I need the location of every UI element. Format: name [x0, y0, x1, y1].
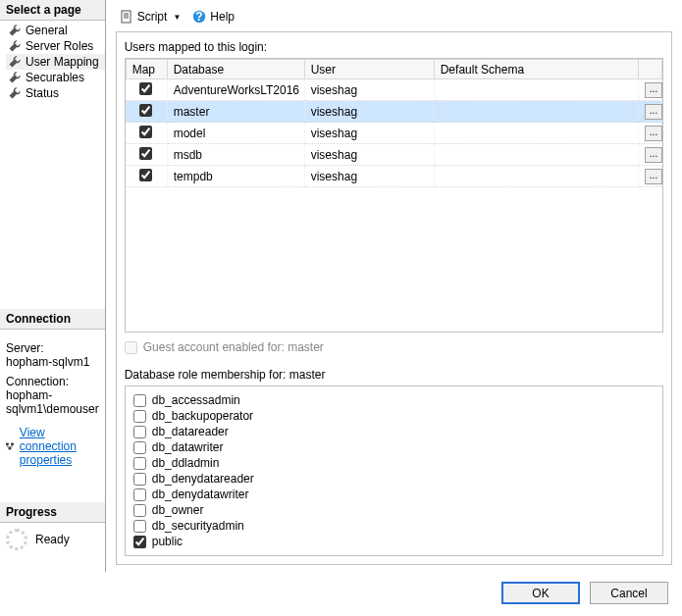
guest-checkbox — [125, 341, 137, 354]
table-row[interactable]: msdbviseshag... — [126, 144, 661, 166]
role-checkbox[interactable] — [133, 520, 146, 533]
dropdown-icon: ▼ — [171, 13, 181, 22]
connection-header: Connection — [0, 309, 105, 330]
nav-item-label: Server Roles — [26, 39, 93, 53]
map-checkbox[interactable] — [139, 82, 152, 95]
role-checkbox[interactable] — [133, 488, 146, 501]
role-label: db_datawriter — [152, 439, 224, 455]
role-label: db_denydatareader — [152, 471, 254, 487]
schema-browse-button[interactable]: ... — [645, 147, 662, 163]
cell-schema[interactable] — [434, 123, 638, 144]
wrench-icon — [8, 39, 22, 53]
toolbar: Script ▼ ? Help — [116, 6, 672, 31]
role-checkbox[interactable] — [133, 457, 146, 470]
ok-button[interactable]: OK — [501, 582, 580, 604]
cell-database[interactable]: AdventureWorksLT2016 — [167, 79, 304, 101]
role-item[interactable]: db_datareader — [133, 424, 655, 439]
progress-block: Ready — [0, 523, 105, 572]
role-checkbox[interactable] — [133, 426, 146, 438]
mapping-grid[interactable]: Map Database User Default Schema Adventu… — [125, 58, 663, 333]
cell-user[interactable]: viseshag — [304, 144, 434, 166]
mapping-title: Users mapped to this login: — [125, 40, 663, 54]
schema-browse-button[interactable]: ... — [645, 82, 662, 98]
cell-user[interactable]: viseshag — [304, 123, 434, 144]
wrench-icon — [8, 86, 22, 100]
role-checkbox[interactable] — [133, 410, 146, 423]
cell-database[interactable]: tempdb — [167, 166, 304, 187]
role-item[interactable]: db_datawriter — [133, 439, 655, 455]
role-label: db_owner — [152, 502, 204, 518]
table-row[interactable]: modelviseshag... — [126, 123, 661, 144]
cell-database[interactable]: msdb — [167, 144, 304, 166]
svg-rect-1 — [11, 443, 14, 445]
nav-item-general[interactable]: General — [6, 23, 105, 38]
table-row[interactable]: AdventureWorksLT2016viseshag... — [126, 79, 661, 101]
wrench-icon — [8, 71, 22, 84]
schema-browse-button[interactable]: ... — [645, 104, 662, 120]
schema-browse-button[interactable]: ... — [645, 126, 662, 141]
script-icon — [120, 10, 133, 24]
roles-listbox[interactable]: db_accessadmindb_backupoperatordb_datare… — [125, 385, 663, 556]
cell-user[interactable]: viseshag — [304, 101, 434, 123]
role-item[interactable]: public — [133, 534, 655, 549]
cell-database[interactable]: model — [167, 123, 304, 144]
roles-title: Database role membership for: master — [125, 368, 663, 382]
cell-user[interactable]: viseshag — [304, 79, 434, 101]
role-checkbox[interactable] — [133, 394, 146, 407]
help-button[interactable]: ? Help — [188, 8, 238, 26]
role-item[interactable]: db_owner — [133, 502, 655, 518]
server-value: hopham-sqlvm1 — [6, 355, 99, 369]
select-page-header: Select a page — [0, 0, 105, 21]
schema-browse-button[interactable]: ... — [645, 169, 662, 184]
role-checkbox[interactable] — [133, 441, 146, 454]
map-checkbox[interactable] — [139, 126, 152, 138]
progress-status: Ready — [35, 533, 70, 546]
role-item[interactable]: db_backupoperator — [133, 408, 655, 424]
nav-item-server-roles[interactable]: Server Roles — [6, 38, 105, 54]
content-area: Users mapped to this login: Map Database… — [116, 31, 672, 565]
role-label: db_datareader — [152, 424, 229, 439]
cell-schema[interactable] — [434, 144, 638, 166]
script-label: Script — [137, 10, 168, 24]
col-header-map[interactable]: Map — [126, 60, 167, 79]
svg-text:?: ? — [196, 10, 203, 24]
role-item[interactable]: db_denydatawriter — [133, 487, 655, 502]
col-header-database[interactable]: Database — [167, 60, 304, 79]
role-item[interactable]: db_securityadmin — [133, 518, 655, 534]
cell-schema[interactable] — [434, 79, 638, 101]
role-item[interactable]: db_ddladmin — [133, 455, 655, 471]
map-checkbox[interactable] — [139, 104, 152, 117]
view-connection-link[interactable]: View connection properties — [20, 426, 99, 467]
table-row[interactable]: tempdbviseshag... — [126, 166, 661, 187]
role-label: public — [152, 534, 183, 549]
role-checkbox[interactable] — [133, 473, 146, 486]
cell-user[interactable]: viseshag — [304, 166, 434, 187]
help-icon: ? — [192, 10, 206, 24]
nav-item-label: User Mapping — [26, 55, 99, 69]
network-icon — [6, 440, 14, 452]
nav-item-securables[interactable]: Securables — [6, 70, 105, 85]
cancel-button[interactable]: Cancel — [590, 582, 668, 604]
guest-account-row: Guest account enabled for: master — [125, 340, 663, 354]
map-checkbox[interactable] — [139, 147, 152, 160]
cell-schema[interactable] — [434, 101, 638, 123]
col-header-blank — [639, 60, 662, 79]
nav-item-status[interactable]: Status — [6, 85, 105, 101]
footer: OK Cancel — [0, 572, 682, 616]
table-row[interactable]: masterviseshag... — [126, 101, 661, 123]
map-checkbox[interactable] — [139, 169, 152, 181]
role-checkbox[interactable] — [133, 504, 146, 517]
role-label: db_denydatawriter — [152, 487, 249, 502]
col-header-user[interactable]: User — [304, 60, 434, 79]
cell-schema[interactable] — [434, 166, 638, 187]
role-item[interactable]: db_denydatareader — [133, 471, 655, 487]
nav-item-user-mapping[interactable]: User Mapping — [6, 54, 105, 70]
right-panel: Script ▼ ? Help Users mapped to this log… — [106, 0, 682, 572]
role-checkbox[interactable] — [133, 536, 146, 548]
role-item[interactable]: db_accessadmin — [133, 392, 655, 408]
script-button[interactable]: Script ▼ — [116, 8, 185, 26]
col-header-schema[interactable]: Default Schema — [434, 60, 638, 79]
nav-item-label: General — [26, 24, 68, 37]
cell-database[interactable]: master — [167, 101, 304, 123]
guest-label: Guest account enabled for: master — [143, 340, 324, 354]
